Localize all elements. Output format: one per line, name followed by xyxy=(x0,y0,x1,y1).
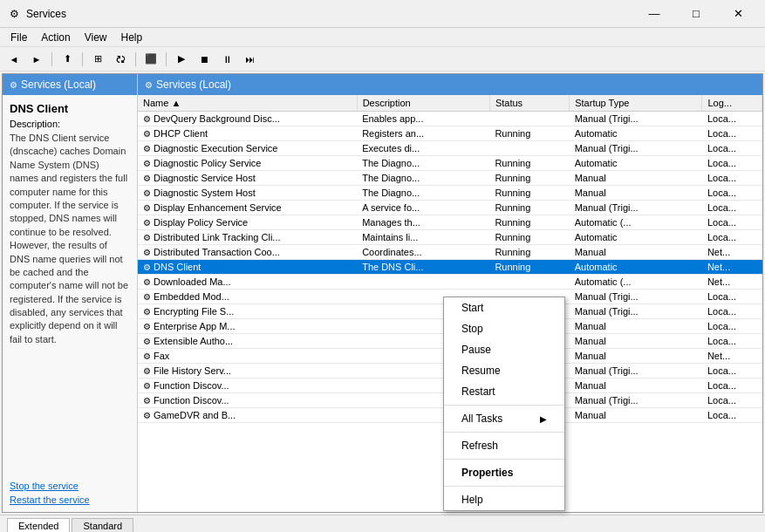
table-row[interactable]: ⚙Diagnostic Policy ServiceThe Diagno...R… xyxy=(138,156,762,171)
export-button[interactable]: ⬛ xyxy=(140,50,161,69)
context-menu-separator xyxy=(444,459,564,460)
col-status[interactable]: Status xyxy=(489,95,569,112)
table-row[interactable]: ⚙DNS ClientThe DNS Cli...RunningAutomati… xyxy=(138,260,762,275)
context-menu-separator xyxy=(444,405,564,406)
left-panel-links: Stop the service Restart the service xyxy=(3,474,137,512)
gear-icon: ⚙ xyxy=(143,129,151,139)
context-menu-item-label: Start xyxy=(461,302,483,314)
left-panel-content: DNS Client Description: The DNS Client s… xyxy=(3,95,137,474)
table-row[interactable]: ⚙Distributed Transaction Coo...Coordinat… xyxy=(138,245,762,260)
right-panel-icon: ⚙ xyxy=(145,80,153,90)
gear-icon: ⚙ xyxy=(143,233,151,242)
close-button[interactable]: ✕ xyxy=(718,0,758,28)
gear-icon: ⚙ xyxy=(143,248,151,257)
service-desc-cell: Registers an... xyxy=(357,126,489,141)
title-bar: ⚙ Services — □ ✕ xyxy=(0,0,765,28)
start-service-button[interactable]: ▶ xyxy=(171,50,192,69)
table-row[interactable]: ⚙Diagnostic Execution ServiceExecutes di… xyxy=(138,141,762,156)
service-logon-cell: Loca... xyxy=(702,112,762,126)
context-menu-item-properties[interactable]: Properties xyxy=(444,462,564,483)
context-menu-item-resume[interactable]: Resume xyxy=(444,360,564,381)
context-menu-item-refresh[interactable]: Refresh xyxy=(444,435,564,456)
service-logon-cell: Loca... xyxy=(702,186,762,201)
restart-service-button[interactable]: ⏭ xyxy=(239,50,260,69)
submenu-arrow-icon: ▶ xyxy=(540,414,547,424)
col-logon[interactable]: Log... xyxy=(702,95,762,112)
toolbar-separator-4 xyxy=(166,52,167,66)
gear-icon: ⚙ xyxy=(143,351,151,361)
service-startup-cell: Manual (Trigi... xyxy=(570,290,702,304)
gear-icon: ⚙ xyxy=(143,307,151,317)
menu-view[interactable]: View xyxy=(78,30,114,45)
service-startup-cell: Automatic (... xyxy=(570,215,702,230)
service-startup-cell: Automatic (... xyxy=(570,275,702,290)
context-menu-item-stop[interactable]: Stop xyxy=(444,318,564,339)
description-text: The DNS Client service (dnscache) caches… xyxy=(10,132,130,346)
context-menu-item-label: Help xyxy=(461,494,483,506)
service-startup-cell: Manual xyxy=(570,171,702,186)
toolbar-separator-2 xyxy=(82,52,83,66)
left-panel-icon: ⚙ xyxy=(10,80,17,90)
gear-icon: ⚙ xyxy=(143,337,151,346)
menu-help[interactable]: Help xyxy=(114,30,150,45)
stop-service-button[interactable]: ⏹ xyxy=(194,50,215,69)
service-name-cell: ⚙Function Discov... xyxy=(138,393,357,408)
service-startup-cell: Manual (Trigi... xyxy=(570,304,702,319)
service-logon-cell: Net... xyxy=(702,260,762,275)
service-name-cell: ⚙DHCP Client xyxy=(138,126,357,141)
service-name-cell: ⚙File History Serv... xyxy=(138,364,357,379)
gear-icon: ⚙ xyxy=(143,203,151,213)
table-row[interactable]: ⚙Display Enhancement ServiceA service fo… xyxy=(138,201,762,215)
maximize-button[interactable]: □ xyxy=(676,0,716,28)
table-row[interactable]: ⚙Distributed Link Tracking Cli...Maintai… xyxy=(138,230,762,245)
service-startup-cell: Automatic xyxy=(570,230,702,245)
window-title: Services xyxy=(26,8,634,20)
table-row[interactable]: ⚙DHCP ClientRegisters an...RunningAutoma… xyxy=(138,126,762,141)
restart-service-link[interactable]: Restart the service xyxy=(10,494,130,505)
menu-action[interactable]: Action xyxy=(34,30,77,45)
minimize-button[interactable]: — xyxy=(634,0,674,28)
status-bar: Extended Standard xyxy=(0,515,765,532)
table-row[interactable]: ⚙Downloaded Ma...Automatic (...Net... xyxy=(138,275,762,290)
back-button[interactable]: ◄ xyxy=(3,50,24,69)
refresh-button[interactable]: 🗘 xyxy=(110,50,131,69)
service-startup-cell: Manual (Trigi... xyxy=(570,112,702,126)
context-menu-item-label: Stop xyxy=(461,323,483,335)
tab-standard[interactable]: Standard xyxy=(72,518,133,532)
service-desc-cell: Coordinates... xyxy=(357,245,489,260)
context-menu-item-start[interactable]: Start xyxy=(444,297,564,318)
service-name-cell: ⚙Downloaded Ma... xyxy=(138,275,357,290)
service-logon-cell: Net... xyxy=(702,275,762,290)
pause-service-button[interactable]: ⏸ xyxy=(216,50,237,69)
service-logon-cell: Loca... xyxy=(702,290,762,304)
tab-extended[interactable]: Extended xyxy=(7,518,70,533)
context-menu-item-help[interactable]: Help xyxy=(444,489,564,510)
service-name-cell: ⚙Diagnostic Service Host xyxy=(138,171,357,186)
service-startup-cell: Manual xyxy=(570,349,702,364)
context-menu-item-restart[interactable]: Restart xyxy=(444,381,564,402)
col-startup-type[interactable]: Startup Type xyxy=(570,95,702,112)
context-menu-item-label: Refresh xyxy=(461,440,498,452)
gear-icon: ⚙ xyxy=(143,366,151,376)
gear-icon: ⚙ xyxy=(143,292,151,302)
show-hide-button[interactable]: ⊞ xyxy=(87,50,108,69)
service-desc-cell: A service fo... xyxy=(357,201,489,215)
service-name-cell: ⚙DNS Client xyxy=(138,260,357,275)
context-menu-item-all-tasks[interactable]: All Tasks▶ xyxy=(444,408,564,429)
col-name[interactable]: Name ▲ xyxy=(138,95,357,112)
col-description[interactable]: Description xyxy=(357,95,489,112)
forward-button[interactable]: ► xyxy=(26,50,47,69)
service-desc-cell: The Diagno... xyxy=(357,171,489,186)
stop-service-link[interactable]: Stop the service xyxy=(10,481,130,491)
gear-icon: ⚙ xyxy=(143,381,151,391)
menu-file[interactable]: File xyxy=(3,30,34,45)
service-status-cell xyxy=(489,141,569,156)
table-row[interactable]: ⚙DevQuery Background Disc...Enables app.… xyxy=(138,112,762,126)
up-button[interactable]: ⬆ xyxy=(57,50,78,69)
table-row[interactable]: ⚙Diagnostic Service HostThe Diagno...Run… xyxy=(138,171,762,186)
service-startup-cell: Manual (Trigi... xyxy=(570,141,702,156)
context-menu-item-pause[interactable]: Pause xyxy=(444,339,564,360)
service-desc-cell: Enables app... xyxy=(357,112,489,126)
table-row[interactable]: ⚙Diagnostic System HostThe Diagno...Runn… xyxy=(138,186,762,201)
table-row[interactable]: ⚙Display Policy ServiceManages th...Runn… xyxy=(138,215,762,230)
